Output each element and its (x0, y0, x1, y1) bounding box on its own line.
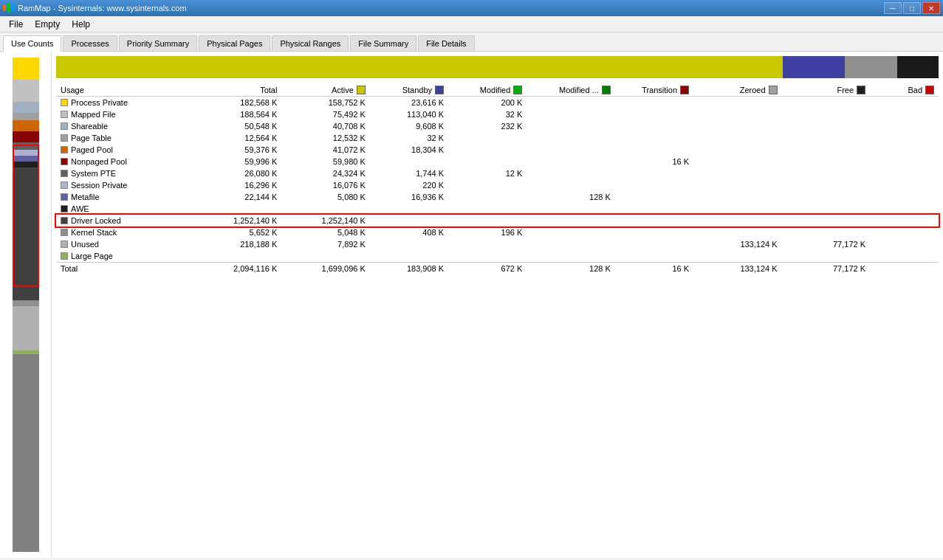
cell-zeroed (693, 179, 782, 191)
minimize-button[interactable]: ─ (884, 2, 902, 14)
sidebar-segment-4 (13, 120, 39, 131)
cell-total: 5,652 K (193, 227, 282, 238)
cell-active: 59,980 K (281, 156, 370, 167)
cell-active: 16,076 K (281, 179, 370, 191)
maximize-button[interactable]: □ (903, 2, 921, 14)
cell-standby (370, 156, 448, 167)
col-header-usage: Usage (56, 84, 193, 97)
col-header-active: Active (281, 84, 370, 97)
cell-usage: AWE (56, 203, 160, 215)
tab-physical-ranges[interactable]: Physical Ranges (272, 35, 349, 51)
cell-zeroed (693, 227, 782, 238)
row-color-indicator (61, 182, 68, 189)
cell-transition (615, 227, 693, 238)
cell-zeroed (693, 132, 782, 144)
menu-bar: File Empty Help (0, 16, 943, 32)
cell-active: 12,532 K (281, 132, 370, 144)
cell-standby: 113,040 K (370, 108, 448, 120)
cell-transition (615, 108, 693, 120)
cell-total (193, 203, 282, 215)
row-color-indicator (61, 134, 68, 142)
tab-priority-summary[interactable]: Priority Summary (119, 35, 197, 51)
cell-free (782, 108, 871, 120)
cell-total-standby: 183,908 K (370, 262, 448, 274)
sidebar-bar (13, 58, 39, 552)
cell-bad (870, 108, 939, 120)
row-color-indicator (61, 241, 68, 248)
row-color-indicator (61, 217, 68, 224)
sidebar-segment-1 (13, 80, 39, 102)
cell-standby: 9,608 K (370, 120, 448, 132)
col-header-bad: Bad (870, 84, 939, 97)
cell-modified2: 128 K (527, 191, 615, 203)
cell-active: 5,080 K (281, 191, 370, 203)
cell-transition (615, 191, 693, 203)
cell-free (782, 97, 871, 109)
col-header-zeroed-label: Zeroed (740, 86, 766, 94)
cell-total-free: 77,172 K (782, 262, 871, 274)
main-content: Usage Total Active Standby (0, 52, 943, 558)
table-row: System PTE26,080 K24,324 K1,744 K12 K (56, 167, 939, 179)
sidebar-segment-11 (13, 300, 39, 306)
col-header-standby: Standby (370, 84, 448, 97)
menu-empty[interactable]: Empty (29, 18, 66, 31)
bad-color-box (925, 86, 934, 94)
col-header-modified2: Modified ... (527, 84, 615, 97)
close-button[interactable]: ✕ (922, 2, 940, 14)
tab-use-counts[interactable]: Use Counts (3, 35, 61, 52)
cell-bad (870, 156, 939, 167)
active-color-box (357, 86, 366, 94)
cell-transition (615, 120, 693, 132)
sidebar-segment-10 (13, 167, 39, 300)
col-header-zeroed: Zeroed (693, 84, 782, 97)
cell-active: 1,252,140 K (281, 215, 370, 227)
row-name: Driver Locked (71, 216, 121, 225)
color-bar-gray (845, 56, 896, 78)
cell-usage: Large Page (56, 250, 160, 262)
cell-transition (615, 132, 693, 144)
cell-transition (615, 179, 693, 191)
col-header-modified-label: Modified (480, 86, 511, 94)
cell-total: 12,564 K (193, 132, 282, 144)
cell-transition (615, 167, 693, 179)
title-bar-left: RamMap - Sysinternals: www.sysinternals.… (3, 2, 187, 14)
cell-zeroed (693, 120, 782, 132)
tab-file-details[interactable]: File Details (418, 35, 474, 51)
col-header-standby-label: Standby (402, 86, 432, 94)
cell-usage: Kernel Stack (56, 227, 160, 238)
cell-total: 182,568 K (193, 97, 282, 109)
cell-modified2 (527, 250, 615, 262)
col-header-active-label: Active (332, 86, 354, 94)
cell-total: 188,564 K (193, 108, 282, 120)
col-header-modified2-label: Modified ... (559, 86, 599, 94)
row-name: Mapped File (71, 110, 116, 119)
tab-physical-pages[interactable]: Physical Pages (199, 35, 270, 51)
row-color-indicator (61, 146, 68, 153)
cell-usage: Page Table (56, 132, 160, 144)
cell-bad (870, 227, 939, 238)
tab-file-summary[interactable]: File Summary (350, 35, 416, 51)
row-color-indicator (61, 122, 68, 130)
cell-modified2 (527, 238, 615, 250)
row-name: Paged Pool (71, 145, 113, 154)
menu-help[interactable]: Help (66, 18, 96, 31)
row-color-indicator (61, 193, 68, 201)
table-row: Shareable50,548 K40,708 K9,608 K232 K (56, 120, 939, 132)
cell-free (782, 203, 871, 215)
menu-file[interactable]: File (3, 18, 29, 31)
cell-active: 24,324 K (281, 167, 370, 179)
cell-modified2 (527, 108, 615, 120)
cell-zeroed (693, 191, 782, 203)
cell-usage: Paged Pool (56, 144, 160, 156)
row-name: Kernel Stack (71, 228, 117, 237)
table-row: Paged Pool59,376 K41,072 K18,304 K (56, 144, 939, 156)
cell-standby: 408 K (370, 227, 448, 238)
cell-total-label: Total (56, 262, 193, 274)
row-color-indicator (61, 252, 68, 260)
tab-processes[interactable]: Processes (63, 35, 117, 51)
cell-total: 22,144 K (193, 191, 282, 203)
cell-zeroed: 133,124 K (693, 238, 782, 250)
cell-standby: 32 K (370, 132, 448, 144)
table-row: Page Table12,564 K12,532 K32 K (56, 132, 939, 144)
cell-modified2 (527, 179, 615, 191)
